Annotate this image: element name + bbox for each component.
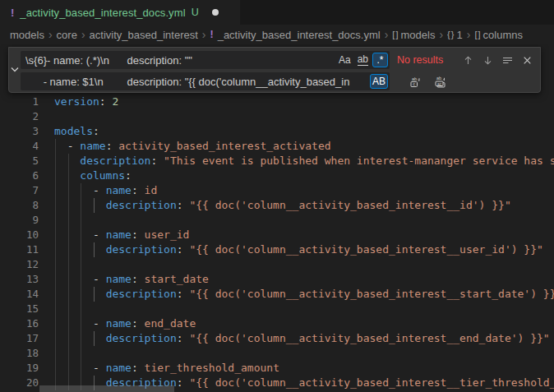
line-number: 5 (0, 154, 39, 168)
indent-guide (81, 183, 81, 198)
find-input[interactable]: \s{6}- name: (.*)\n description: "" Aaab… (21, 51, 390, 69)
code-line-content: description: "{{ doc('column__activity_b… (54, 287, 554, 302)
line-number: 18 (0, 346, 39, 361)
code-line[interactable]: 9 (0, 213, 554, 228)
line-number: 19 (0, 361, 39, 376)
code-line[interactable]: 1version: 2 (0, 95, 554, 109)
replace-row: - name: $1\n description: "{{ doc('colum… (21, 72, 537, 90)
line-number: 7 (0, 183, 39, 198)
indent-guide (81, 272, 81, 287)
indent-guide (81, 346, 81, 361)
breadcrumb-item[interactable]: !_activity_based_interest_docs.yml (210, 29, 380, 41)
symbol-object-icon: { } (447, 30, 453, 39)
code-line[interactable]: 7 - name: id (0, 183, 554, 198)
horizontal-scrollbar[interactable] (39, 385, 174, 392)
replace-value-text: - name: $1\n description: "{{ doc('colum… (25, 76, 385, 88)
line-number: 17 (0, 331, 39, 346)
close-find-widget-button[interactable] (519, 52, 536, 69)
breadcrumb-label: columns (483, 29, 523, 41)
indent-guide (68, 272, 69, 287)
toggle-replace-chevron-icon[interactable] (9, 48, 21, 92)
tab-active-file[interactable]: ! _activity_based_interest_docs.yml U (0, 0, 240, 25)
line-number: 9 (0, 213, 39, 228)
code-line-content: models: (54, 124, 554, 139)
tab-filename: _activity_based_interest_docs.yml (20, 7, 185, 19)
code-line[interactable]: 2 (0, 109, 554, 124)
find-nav-buttons (459, 52, 537, 69)
indent-guide (55, 302, 56, 316)
indent-guide (68, 183, 69, 198)
code-line-content: - name: user_id (54, 228, 554, 242)
vscode-window: ! _activity_based_interest_docs.yml U mo… (0, 0, 554, 392)
code-line[interactable]: 15 (0, 302, 554, 316)
breadcrumb-separator-icon: › (48, 28, 53, 41)
find-replace-widget: \s{6}- name: (.*)\n description: "" Aaab… (8, 47, 541, 93)
line-number: 14 (0, 287, 39, 302)
yaml-file-icon: ! (11, 7, 14, 19)
breadcrumb-item[interactable]: [ ]columns (474, 29, 523, 41)
code-line[interactable]: 11 description: "{{ doc('column__activit… (0, 242, 554, 257)
replace-option-toggles: AB (367, 74, 388, 89)
code-line[interactable]: 18 (0, 346, 554, 361)
tab-bar: ! _activity_based_interest_docs.yml U (0, 0, 554, 25)
preserve-case-toggle[interactable]: AB (370, 74, 388, 89)
line-number: 2 (0, 109, 39, 124)
code-line-content: - name: start_date (54, 272, 554, 287)
find-in-selection-button[interactable] (499, 52, 516, 69)
replace-button[interactable]: ab c (407, 73, 424, 90)
code-line-content (54, 109, 554, 124)
indent-guide (68, 316, 69, 331)
next-match-button[interactable] (479, 52, 496, 69)
breadcrumb-label: _activity_based_interest_docs.yml (218, 29, 381, 41)
code-line[interactable]: 12 (0, 257, 554, 272)
code-line[interactable]: 13 - name: start_date (0, 272, 554, 287)
indent-guide (55, 331, 56, 346)
code-line[interactable]: 19 - name: tier_threshold_amount (0, 361, 554, 376)
breadcrumb-label: 1 (457, 29, 463, 41)
line-number: 4 (0, 139, 39, 154)
code-line[interactable]: 10 - name: user_id (0, 228, 554, 242)
replace-input[interactable]: - name: $1\n description: "{{ doc('colum… (21, 72, 390, 90)
breadcrumb-item[interactable]: activity_based_interest (90, 29, 198, 41)
code-line[interactable]: 4 - name: activity_based_interest_activa… (0, 139, 554, 154)
indent-guide (55, 228, 56, 242)
breadcrumb-item[interactable]: models (10, 29, 44, 41)
code-line-content: - name: tier_threshold_amount (54, 361, 554, 376)
regex-toggle[interactable]: .* (372, 53, 388, 67)
breadcrumb-separator-icon: › (439, 28, 443, 41)
breadcrumb-item[interactable]: core (57, 29, 77, 41)
code-line[interactable]: 8 description: "{{ doc('column__activity… (0, 198, 554, 213)
previous-match-button[interactable] (459, 52, 477, 69)
indent-guide (55, 154, 56, 168)
breadcrumb-label: models (10, 29, 44, 41)
yaml-icon: ! (210, 29, 213, 40)
indent-guide (55, 242, 56, 257)
line-number: 8 (0, 198, 39, 213)
indent-guide (68, 242, 69, 257)
indent-guide (81, 316, 81, 331)
breadcrumb-item[interactable]: [ ]models (392, 29, 435, 41)
code-line[interactable]: 5 description: "This event is published … (0, 154, 554, 168)
replace-all-button[interactable]: ab ac (432, 73, 449, 90)
code-line[interactable]: 16 - name: end_date (0, 316, 554, 331)
indent-guide (81, 228, 81, 242)
code-line-content: - name: activity_based_interest_activate… (54, 139, 554, 154)
match-case-toggle[interactable]: Aa (336, 53, 353, 67)
line-number: 11 (0, 242, 39, 257)
code-line[interactable]: 3models: (0, 124, 554, 139)
find-results-label: No results (397, 54, 453, 66)
line-number: 1 (0, 95, 39, 109)
breadcrumb-item[interactable]: { }1 (447, 29, 463, 41)
code-line[interactable]: 6 columns: (0, 168, 554, 183)
indent-guide (68, 168, 69, 183)
code-line[interactable]: 14 description: "{{ doc('column__activit… (0, 287, 554, 302)
code-line[interactable]: 17 description: "{{ doc('column__activit… (0, 331, 554, 346)
indent-guide (81, 198, 81, 213)
indent-guide (68, 361, 69, 376)
code-line-content: description: "{{ doc('column__activity_b… (54, 242, 554, 257)
whole-word-toggle[interactable]: ab (355, 53, 371, 67)
modified-dot-icon[interactable] (212, 9, 219, 16)
breadcrumb-separator-icon: › (467, 28, 471, 41)
indent-guide (94, 287, 95, 302)
line-number: 12 (0, 257, 39, 272)
